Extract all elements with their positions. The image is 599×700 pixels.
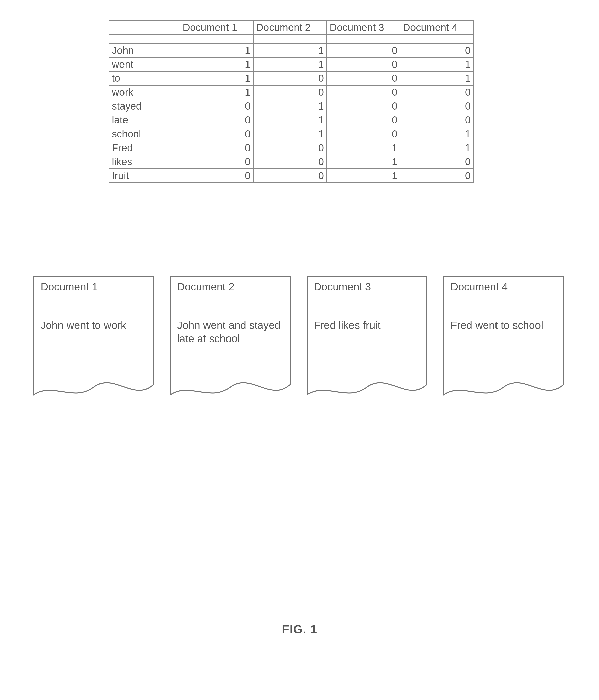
row-header: Fred	[109, 141, 180, 155]
table-cell: 0	[180, 141, 253, 155]
table-cell: 1	[400, 127, 474, 141]
table-cell: 0	[400, 155, 474, 169]
figure-label: FIG. 1	[0, 622, 599, 636]
document-page-icon	[306, 276, 428, 418]
document-body: Fred likes fruit	[314, 319, 420, 332]
document-title: Document 2	[177, 281, 234, 293]
table-header-row: Document 1 Document 2 Document 3 Documen…	[109, 21, 474, 34]
table-cell: 0	[327, 44, 400, 57]
col-header: Document 1	[180, 21, 253, 34]
table-cell: 0	[253, 155, 327, 169]
table-cell: 0	[327, 71, 400, 85]
table-row: likes0010	[109, 155, 474, 169]
table-cell: 0	[400, 99, 474, 113]
table-cell: 1	[327, 169, 400, 183]
table-cell: 0	[327, 113, 400, 127]
table-cell: 0	[253, 85, 327, 99]
table-corner-cell	[109, 21, 180, 34]
document-body: John went to work	[41, 319, 147, 332]
table-cell: 0	[400, 169, 474, 183]
table-cell: 0	[180, 169, 253, 183]
term-document-table: Document 1 Document 2 Document 3 Documen…	[109, 20, 474, 183]
table-cell: 0	[400, 113, 474, 127]
table-cell: 1	[253, 57, 327, 71]
table-row: Fred0011	[109, 141, 474, 155]
table-cell: 1	[253, 44, 327, 57]
document-title: Document 4	[451, 281, 508, 293]
document-title: Document 1	[41, 281, 98, 293]
table-cell: 1	[400, 71, 474, 85]
row-header: went	[109, 57, 180, 71]
row-header: John	[109, 44, 180, 57]
col-header: Document 3	[327, 21, 400, 34]
table-cell: 1	[253, 99, 327, 113]
table-row: school0101	[109, 127, 474, 141]
document-card: Document 4Fred went to school	[443, 276, 564, 418]
row-header: late	[109, 113, 180, 127]
table-row: stayed0100	[109, 99, 474, 113]
table-cell: 0	[180, 99, 253, 113]
col-header: Document 2	[253, 21, 327, 34]
table-cell: 1	[253, 127, 327, 141]
col-header: Document 4	[400, 21, 474, 34]
table-cell: 1	[327, 155, 400, 169]
document-page-icon	[170, 276, 291, 418]
row-header: fruit	[109, 169, 180, 183]
row-header: to	[109, 71, 180, 85]
table-cell: 0	[253, 71, 327, 85]
documents-row: Document 1John went to workDocument 2Joh…	[33, 276, 564, 418]
table-cell: 0	[253, 169, 327, 183]
document-body: John went and stayed late at school	[177, 319, 283, 345]
table-cell: 1	[400, 57, 474, 71]
table-cell: 0	[400, 44, 474, 57]
row-header: likes	[109, 155, 180, 169]
table-cell: 1	[180, 71, 253, 85]
table-cell: 0	[180, 155, 253, 169]
table-cell: 0	[180, 113, 253, 127]
table-row: late0100	[109, 113, 474, 127]
figure-page: Document 1 Document 2 Document 3 Documen…	[0, 0, 599, 700]
table-cell: 0	[180, 127, 253, 141]
table-cell: 0	[327, 85, 400, 99]
table-cell: 1	[253, 113, 327, 127]
table-cell: 0	[327, 57, 400, 71]
document-page-icon	[33, 276, 154, 418]
row-header: work	[109, 85, 180, 99]
table-cell: 0	[327, 99, 400, 113]
table-row: fruit0010	[109, 169, 474, 183]
document-card: Document 1John went to work	[33, 276, 154, 418]
table-cell: 1	[180, 85, 253, 99]
document-card: Document 3Fred likes fruit	[306, 276, 428, 418]
table-cell: 0	[400, 85, 474, 99]
table-spacer-row	[109, 34, 474, 44]
table-body: John1100went1101to1001work1000stayed0100…	[109, 44, 474, 183]
row-header: stayed	[109, 99, 180, 113]
table-cell: 1	[180, 44, 253, 57]
document-card: Document 2John went and stayed late at s…	[170, 276, 291, 418]
table-cell: 1	[327, 141, 400, 155]
table-cell: 0	[253, 141, 327, 155]
table-row: to1001	[109, 71, 474, 85]
document-body: Fred went to school	[451, 319, 557, 332]
table-cell: 0	[327, 127, 400, 141]
document-page-icon	[443, 276, 564, 418]
row-header: school	[109, 127, 180, 141]
table-row: work1000	[109, 85, 474, 99]
table-row: John1100	[109, 44, 474, 57]
table-cell: 1	[180, 57, 253, 71]
document-title: Document 3	[314, 281, 371, 293]
table-cell: 1	[400, 141, 474, 155]
table-row: went1101	[109, 57, 474, 71]
